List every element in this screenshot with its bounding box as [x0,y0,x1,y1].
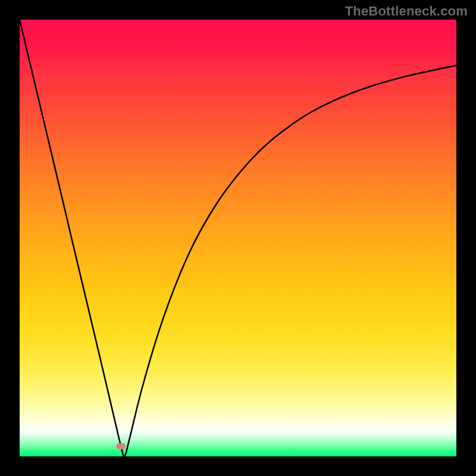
attribution-text: TheBottleneck.com [345,4,468,19]
plot-area [20,20,456,456]
chart-frame: TheBottleneck.com [0,0,476,476]
selected-point-marker [116,443,126,449]
bottleneck-curve [20,20,456,456]
curve-svg [20,20,456,456]
